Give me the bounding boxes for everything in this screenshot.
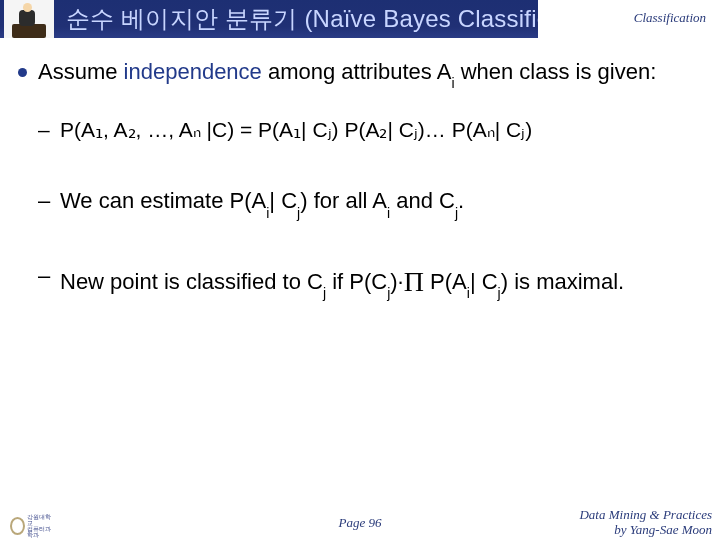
sub3-pre: New point is classified to C [60,269,323,294]
sub2-i1: i [266,205,269,221]
credits: Data Mining & Practices by Yang-Sae Moon [579,508,712,537]
footer-logo: 강원대학교컴퓨터과학과 [10,516,56,536]
sub3-mid4: | C [470,269,498,294]
sub3-mid3: P(A [424,269,467,294]
sub3-tail: ) is maximal. [501,269,624,294]
sub3-j3: j [498,285,501,301]
credit-line-2: by Yang-Sae Moon [579,523,712,537]
main-bullet: Assume independence among attributes Ai … [16,58,704,89]
bullet-text-pre: Assume [38,59,124,84]
sub3-j1: j [323,285,326,301]
logo-badge-icon [10,517,25,535]
header-person-icon [4,0,54,38]
sub2-tail: . [458,188,464,213]
title-korean: 순수 베이지안 분류기 [66,5,298,32]
bullet-text-post: among attributes A [262,59,452,84]
sub-bullet-2: We can estimate P(Ai| Cj) for all Ai and… [38,187,704,218]
page-number: Page 96 [339,515,382,531]
bullet-tail: when class is given: [455,59,657,84]
sub3-i: i [467,285,470,301]
sub2-mid2: ) for all A [300,188,387,213]
bullet-emph: independence [124,59,262,84]
bullet-sub-i: i [451,75,454,91]
sub2-mid3: and C [390,188,455,213]
logo-text: 강원대학교컴퓨터과학과 [27,514,56,538]
content-area: Assume independence among attributes Ai … [16,58,704,299]
slide-footer: 강원대학교컴퓨터과학과 Page 96 Data Mining & Practi… [0,510,720,540]
sub2-j2: j [455,205,458,221]
sub2-j1: j [297,205,300,221]
sub2-pre: We can estimate P(A [60,188,266,213]
sub3-mid2: )· [390,269,403,294]
sub3-j2: j [387,285,390,301]
formula-text: P(A₁, A₂, …, Aₙ |C) = P(A₁| Cⱼ) P(A₂| Cⱼ… [60,118,532,141]
sub2-i2: i [387,205,390,221]
sub-bullet-3: New point is classified to Cj if P(Cj)·Π… [38,262,704,299]
slide-title: 순수 베이지안 분류기 (Naïve Bayes Classifier) [66,3,567,35]
section-label: Classification [634,10,706,26]
sub-bullet-1: P(A₁, A₂, …, Aₙ |C) = P(A₁| Cⱼ) P(A₂| Cⱼ… [38,117,704,143]
product-symbol: Π [404,266,424,297]
title-english: (Naïve Bayes Classifier) [304,5,566,32]
sub2-mid1: | C [269,188,297,213]
credit-line-1: Data Mining & Practices [579,508,712,522]
sub3-mid1: if P(C [326,269,387,294]
